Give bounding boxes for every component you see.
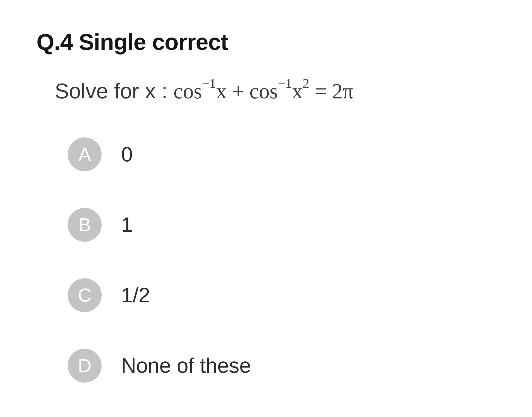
option-c[interactable]: C 1/2 xyxy=(68,278,496,312)
equals-sign: = xyxy=(309,79,332,103)
option-text-a: 0 xyxy=(121,142,133,166)
option-a[interactable]: A 0 xyxy=(68,137,496,171)
cos-2: cos xyxy=(249,79,278,103)
question-text: Solve for x : cos−1x + cos−1x2 = 2π xyxy=(55,79,496,104)
option-badge-b: B xyxy=(68,208,102,242)
exp-minus1-a: −1 xyxy=(202,76,216,90)
question-heading: Q.4 Single correct xyxy=(36,29,496,55)
equation: cos−1x + cos−1x2 = 2π xyxy=(174,79,354,103)
plus-sign: + xyxy=(227,79,249,103)
option-badge-d: D xyxy=(68,349,102,383)
exp-squared: 2 xyxy=(303,76,309,90)
option-text-c: 1/2 xyxy=(121,283,150,307)
cos-1: cos xyxy=(174,79,202,103)
options-list: A 0 B 1 C 1/2 D None of these xyxy=(68,137,496,383)
rhs-2pi: 2π xyxy=(332,79,353,103)
option-badge-c: C xyxy=(68,278,102,312)
var-x-b: x xyxy=(292,79,303,103)
option-text-b: 1 xyxy=(121,213,133,237)
option-text-d: None of these xyxy=(121,354,251,378)
exp-minus1-b: −1 xyxy=(278,76,292,90)
var-x-a: x xyxy=(216,79,227,103)
option-b[interactable]: B 1 xyxy=(68,208,496,242)
question-page: Q.4 Single correct Solve for x : cos−1x … xyxy=(0,0,532,417)
option-badge-a: A xyxy=(68,137,102,171)
question-prefix: Solve for x : xyxy=(55,79,174,103)
option-d[interactable]: D None of these xyxy=(68,349,496,383)
